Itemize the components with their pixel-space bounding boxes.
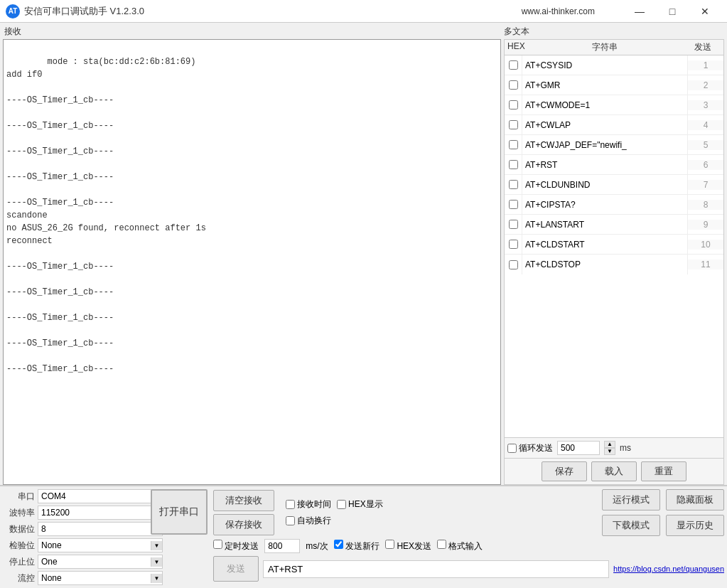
- row-text-input[interactable]: [522, 115, 688, 134]
- parity-input[interactable]: [38, 539, 151, 552]
- auto-newline-checkbox[interactable]: [286, 516, 295, 525]
- port-combo[interactable]: ▼: [38, 489, 163, 503]
- row-hex-checkbox[interactable]: [509, 220, 518, 229]
- parity-combo[interactable]: ▼: [38, 538, 163, 552]
- recv-buttons: 清空接收 保存接收: [213, 490, 274, 535]
- multitext-label: 多文本: [504, 26, 724, 38]
- recv-time-checkbox[interactable]: [286, 500, 295, 509]
- data-input[interactable]: [38, 523, 151, 535]
- hide-panel-button[interactable]: 隐藏面板: [666, 489, 724, 511]
- row-number[interactable]: 9: [688, 220, 723, 230]
- status-url[interactable]: https://blog.csdn.net/quangusen: [613, 565, 724, 573]
- loop-unit: ms: [620, 443, 631, 453]
- row-number[interactable]: 8: [688, 200, 723, 210]
- recv-time-label[interactable]: 接收时间: [286, 498, 331, 511]
- row-number[interactable]: 3: [688, 100, 723, 110]
- data-combo[interactable]: ▼: [38, 522, 163, 536]
- loop-value-input[interactable]: [557, 441, 600, 455]
- send-row: 发送 https://blog.csdn.net/quangusen: [213, 556, 724, 582]
- row-text-input[interactable]: [522, 215, 688, 234]
- row-text-input[interactable]: [522, 255, 688, 274]
- format-input-label[interactable]: 格式输入: [437, 540, 483, 552]
- save-recv-button[interactable]: 保存接收: [213, 514, 274, 535]
- recv-check-row1: 接收时间 HEX显示: [286, 498, 383, 511]
- row-text-input[interactable]: [522, 235, 688, 254]
- row-checkbox-wrapper: [505, 60, 522, 70]
- row-checkbox-wrapper: [505, 220, 522, 229]
- row-checkbox-wrapper: [505, 200, 522, 209]
- send-newline-label[interactable]: 发送新行: [334, 540, 379, 552]
- list-item: 5: [505, 135, 723, 155]
- stop-combo[interactable]: ▼: [38, 555, 163, 569]
- format-input-checkbox[interactable]: [437, 540, 446, 549]
- send-input[interactable]: [263, 560, 609, 578]
- send-newline-checkbox[interactable]: [334, 540, 343, 549]
- row-hex-checkbox[interactable]: [509, 120, 518, 129]
- baud-row: 波特率 ▼: [3, 506, 145, 520]
- stop-dropdown-arrow[interactable]: ▼: [151, 557, 162, 567]
- flow-dropdown-arrow[interactable]: ▼: [151, 574, 162, 583]
- row-hex-checkbox[interactable]: [509, 240, 518, 249]
- hex-send-checkbox[interactable]: [385, 540, 394, 549]
- port-label: 串口: [3, 491, 35, 503]
- hex-display-label[interactable]: HEX显示: [337, 498, 383, 511]
- stop-input[interactable]: [38, 555, 151, 568]
- hex-send-label[interactable]: HEX发送: [385, 540, 431, 552]
- row-hex-checkbox[interactable]: [509, 180, 518, 189]
- minimize-button[interactable]: —: [623, 0, 656, 23]
- list-item: 8: [505, 195, 723, 215]
- reset-button[interactable]: 重置: [641, 461, 686, 481]
- parity-dropdown-arrow[interactable]: ▼: [151, 541, 162, 550]
- save-button[interactable]: 保存: [542, 461, 587, 481]
- row-hex-checkbox[interactable]: [509, 160, 518, 169]
- flow-input[interactable]: [38, 572, 151, 584]
- flow-combo[interactable]: ▼: [38, 571, 163, 585]
- row-number[interactable]: 6: [688, 160, 723, 170]
- row-text-input[interactable]: [522, 55, 688, 75]
- row-number[interactable]: 4: [688, 120, 723, 130]
- list-item: 7: [505, 175, 723, 195]
- row-hex-checkbox[interactable]: [509, 200, 518, 209]
- row-number[interactable]: 10: [688, 240, 723, 250]
- titlebar: AT 安信可串口调试助手 V1.2.3.0 www.ai-thinker.com…: [0, 0, 727, 23]
- load-button[interactable]: 载入: [591, 461, 637, 481]
- spinner-up[interactable]: ▲: [604, 441, 615, 448]
- row-text-input[interactable]: [522, 155, 688, 174]
- row-hex-checkbox[interactable]: [509, 60, 518, 70]
- row-hex-checkbox[interactable]: [509, 260, 518, 269]
- row-number[interactable]: 1: [688, 60, 723, 70]
- row-text-input[interactable]: [522, 135, 688, 154]
- row-text-input[interactable]: [522, 95, 688, 114]
- bottom-row1: 清空接收 保存接收 接收时间 HEX显示: [213, 489, 724, 536]
- timer-send-label[interactable]: 定时发送: [213, 540, 259, 552]
- run-mode-button[interactable]: 运行模式: [602, 489, 660, 511]
- row-hex-checkbox[interactable]: [509, 80, 518, 90]
- open-port-button[interactable]: 打开串口: [151, 489, 208, 535]
- auto-newline-label[interactable]: 自动换行: [286, 515, 331, 527]
- row-text-input[interactable]: [522, 195, 688, 214]
- download-mode-button[interactable]: 下载模式: [602, 515, 660, 536]
- row-hex-checkbox[interactable]: [509, 100, 518, 109]
- receive-label: 接收: [3, 26, 501, 38]
- port-input[interactable]: [38, 490, 151, 503]
- timer-send-checkbox[interactable]: [213, 540, 222, 549]
- row-number[interactable]: 5: [688, 140, 723, 150]
- loop-checkbox[interactable]: [507, 444, 517, 453]
- baud-input[interactable]: [38, 506, 151, 519]
- clear-recv-button[interactable]: 清空接收: [213, 490, 274, 511]
- row-hex-checkbox[interactable]: [509, 140, 518, 149]
- maximize-button[interactable]: □: [656, 0, 689, 23]
- hex-display-checkbox[interactable]: [337, 500, 346, 509]
- loop-checkbox-label[interactable]: 循环发送: [507, 442, 553, 454]
- row-number[interactable]: 11: [688, 260, 723, 269]
- baud-combo[interactable]: ▼: [38, 506, 163, 520]
- row-number[interactable]: 2: [688, 80, 723, 90]
- send-button[interactable]: 发送: [213, 556, 259, 582]
- show-history-button[interactable]: 显示历史: [666, 515, 724, 536]
- close-button[interactable]: ✕: [689, 0, 721, 23]
- row-text-input[interactable]: [522, 75, 688, 95]
- row-text-input[interactable]: [522, 175, 688, 194]
- spinner-down[interactable]: ▼: [604, 448, 615, 455]
- row-number[interactable]: 7: [688, 180, 723, 190]
- timer-value-input[interactable]: [264, 539, 300, 553]
